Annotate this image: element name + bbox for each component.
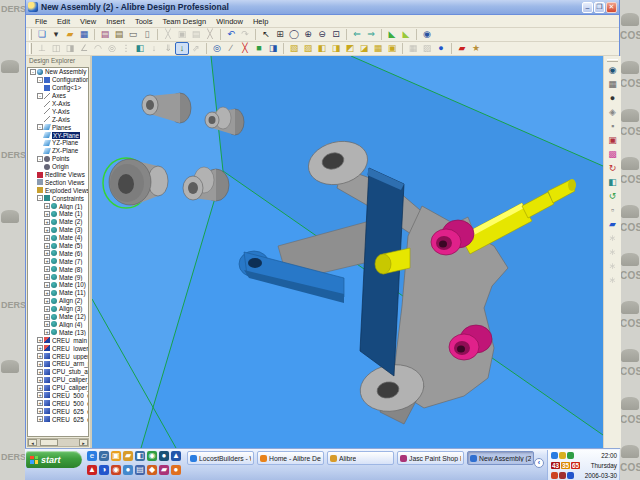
tree-expander[interactable]: - <box>37 195 43 201</box>
taskbar-button-jasc-paint-shop-pro[interactable]: Jasc Paint Shop Pro - ... <box>397 451 464 465</box>
tree-item-mate-8[interactable]: +Mate (8) <box>28 265 88 273</box>
folder-icon[interactable]: ▰ <box>123 451 133 461</box>
menu-tools[interactable]: Tools <box>130 17 158 26</box>
tree-item-creu-500-exten[interactable]: +CREU_500_exten <box>28 399 88 407</box>
insert-part-button[interactable]: ▣ <box>606 134 620 147</box>
view-back-button[interactable]: ▨ <box>301 42 315 55</box>
tree-expander[interactable]: + <box>37 361 43 367</box>
menu-file[interactable]: File <box>30 17 52 26</box>
restore-button[interactable]: ❐ <box>594 2 605 13</box>
tree-expander[interactable]: + <box>44 314 50 320</box>
paintshop-icon[interactable]: ▰ <box>159 465 169 475</box>
open-button[interactable]: ▰ <box>63 28 77 41</box>
zoom-window-button[interactable]: ⊞ <box>273 28 287 41</box>
tree-expander[interactable]: - <box>30 69 36 75</box>
tree-item-section-views[interactable]: Section Views <box>28 178 88 186</box>
reference-grid-button[interactable]: ▦ <box>606 78 620 91</box>
zoom-in-button[interactable]: ⊕ <box>301 28 315 41</box>
menu-window[interactable]: Window <box>211 17 248 26</box>
media-player-icon[interactable]: ◉ <box>147 451 157 461</box>
menu-view[interactable]: View <box>75 17 101 26</box>
tree-item-align-1[interactable]: +Align (1) <box>28 202 88 210</box>
tree-expander[interactable]: - <box>37 77 43 83</box>
help-globe-button[interactable]: ◉ <box>420 28 434 41</box>
move-part-button[interactable]: ◧ <box>606 176 620 189</box>
tree-item-cpu-stub-axle-1[interactable]: +CPU_stub_axle<1> <box>28 368 88 376</box>
color-properties-button[interactable]: ◨ <box>266 42 280 55</box>
ie-icon[interactable]: e <box>87 451 97 461</box>
tree-item-constraints[interactable]: -Constraints <box>28 194 88 202</box>
tree-item-creu-arm-plate-1[interactable]: +CREU_arm_plate<1 <box>28 360 88 368</box>
view-orientation-button[interactable]: ◉ <box>606 64 620 77</box>
view-home-button[interactable]: ▣ <box>385 42 399 55</box>
tree-item-mate-12[interactable]: +Mate (12) <box>28 313 88 321</box>
tree-item-creu-625-exten[interactable]: +CREU_625_exten <box>28 415 88 423</box>
redline-brush-button[interactable]: ▰ <box>606 218 620 231</box>
tree-item-redline-views[interactable]: Redline Views <box>28 171 88 179</box>
tree-expander[interactable]: + <box>44 290 50 296</box>
tree-item-cpu-caliper-bush[interactable]: +CPU_caliper_bush <box>28 384 88 392</box>
tree-item-xy-plane[interactable]: XY-Plane <box>28 131 88 139</box>
tree-expander[interactable]: + <box>44 258 50 264</box>
undo-button[interactable]: ↶ <box>224 28 238 41</box>
menu-edit[interactable]: Edit <box>52 17 75 26</box>
material-button[interactable]: ■ <box>252 42 266 55</box>
tree-item-configurations[interactable]: -Configurations <box>28 76 88 84</box>
tree-expander[interactable]: + <box>44 211 50 217</box>
tree-expander[interactable]: + <box>44 243 50 249</box>
snap-button[interactable]: ▪ <box>606 120 620 133</box>
view-right-button[interactable]: ◨ <box>329 42 343 55</box>
mediaplayer2-icon[interactable]: ● <box>123 465 133 475</box>
save-button[interactable]: ▦ <box>77 28 91 41</box>
tree-item-mate-11[interactable]: +Mate (11) <box>28 289 88 297</box>
rotate-view-button[interactable]: ↻ <box>606 162 620 175</box>
browser-globe-icon[interactable]: ● <box>159 451 169 461</box>
firefox-icon[interactable]: ● <box>171 465 181 475</box>
zoom-out-button[interactable]: ⊖ <box>315 28 329 41</box>
annotate-star-button[interactable]: ★ <box>469 42 483 55</box>
tree-item-planes[interactable]: -Planes <box>28 123 88 131</box>
messenger-icon[interactable]: ▣ <box>111 451 121 461</box>
show-desktop-icon[interactable]: ▱ <box>99 451 109 461</box>
tree-item-mate-2[interactable]: +Mate (2) <box>28 218 88 226</box>
tray-messenger-icon[interactable] <box>551 452 558 459</box>
acrobat-icon[interactable]: ▲ <box>87 465 97 475</box>
point-snap-button[interactable]: ● <box>606 92 620 105</box>
tree-expander[interactable]: + <box>44 227 50 233</box>
tree-item-mate-10[interactable]: +Mate (10) <box>28 281 88 289</box>
export-button[interactable]: ▤ <box>112 28 126 41</box>
tree-item-mate-6[interactable]: +Mate (6) <box>28 249 88 257</box>
measure-button[interactable]: ◎ <box>210 42 224 55</box>
tree-item-y-axis[interactable]: Y-Axis <box>28 107 88 115</box>
tree-expander[interactable]: + <box>37 408 43 414</box>
print-preview-button[interactable]: ▯ <box>140 28 154 41</box>
view-bottom-button[interactable]: ◪ <box>357 42 371 55</box>
spin-button[interactable]: ● <box>434 42 448 55</box>
tree-item-creu-500-exten[interactable]: +CREU_500_exten <box>28 392 88 400</box>
orient-view-button[interactable]: ◣ <box>385 28 399 41</box>
color-swatch-button[interactable]: ▩ <box>606 148 620 161</box>
tree-expander[interactable]: + <box>44 282 50 288</box>
tree-expander[interactable]: + <box>44 274 50 280</box>
mirror-button[interactable]: ◧ <box>133 42 147 55</box>
close-button[interactable]: ✕ <box>606 2 617 13</box>
minimize-button[interactable]: – <box>582 2 593 13</box>
tree-expander[interactable]: + <box>37 385 43 391</box>
tree-item-mate-7[interactable]: +Mate (7) <box>28 257 88 265</box>
tree-horizontal-scrollbar[interactable]: ◂ ▸ <box>27 438 89 447</box>
tree-item-mate-4[interactable]: +Mate (4) <box>28 234 88 242</box>
tree-expander[interactable]: + <box>44 329 50 335</box>
view-left-button[interactable]: ◧ <box>315 42 329 55</box>
tree-item-mate-1[interactable]: +Mate (1) <box>28 210 88 218</box>
explorer-icon[interactable]: ◧ <box>135 451 145 461</box>
tree-expander[interactable]: + <box>44 203 50 209</box>
taskbar-button-alibre[interactable]: Alibre <box>327 451 394 465</box>
tree-expander[interactable]: + <box>44 235 50 241</box>
tree-expander[interactable]: + <box>37 377 43 383</box>
tree-expander[interactable]: + <box>37 345 43 351</box>
notepad-icon[interactable]: ▤ <box>135 465 145 475</box>
tree-expander[interactable]: + <box>37 400 43 406</box>
tray-antivirus-icon[interactable] <box>567 452 574 459</box>
tree-item-mate-5[interactable]: +Mate (5) <box>28 242 88 250</box>
menu-team-design[interactable]: Team Design <box>157 17 211 26</box>
